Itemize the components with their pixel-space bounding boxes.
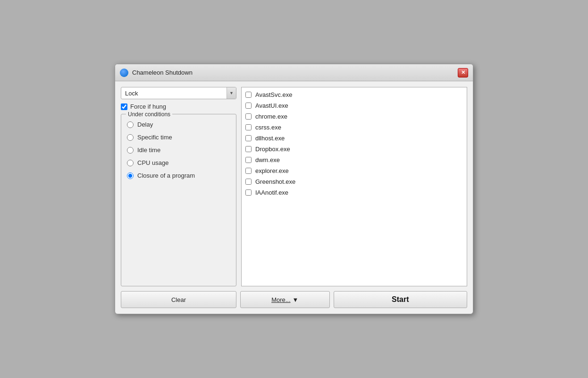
list-item[interactable]: csrss.exe bbox=[242, 122, 467, 133]
window-body: Lock Shutdown Restart Hibernate Sleep Lo… bbox=[115, 81, 473, 314]
conditions-legend: Under conditions bbox=[126, 111, 172, 118]
process-checkbox[interactable] bbox=[245, 103, 252, 109]
process-name: dwm.exe bbox=[255, 156, 280, 163]
process-checkbox[interactable] bbox=[245, 168, 252, 174]
process-name: IAAnotif.exe bbox=[255, 189, 288, 196]
list-item[interactable]: Dropbox.exe bbox=[242, 144, 467, 155]
process-name: chrome.exe bbox=[255, 113, 287, 120]
radio-specific-time-label: Specific time bbox=[137, 134, 172, 141]
radio-closure-input[interactable] bbox=[127, 172, 134, 179]
process-checkbox[interactable] bbox=[245, 113, 252, 120]
force-if-hung-label: Force if hung bbox=[130, 103, 166, 110]
list-item[interactable]: AvastSvc.exe bbox=[242, 89, 467, 100]
list-item[interactable]: AvastUI.exe bbox=[242, 100, 467, 111]
radio-cpu-usage-input[interactable] bbox=[127, 160, 134, 166]
footer: Clear More... ▼ Start bbox=[121, 291, 467, 308]
radio-idle-time-input[interactable] bbox=[127, 147, 134, 154]
radio-idle-time-label: Idle time bbox=[137, 146, 160, 154]
process-name: Greenshot.exe bbox=[255, 178, 295, 185]
process-name: AvastSvc.exe bbox=[255, 91, 293, 98]
conditions-group: Under conditions Delay Specific time Idl… bbox=[121, 114, 236, 286]
main-window: Chameleon Shutdown ✕ Lock Shutdown Resta… bbox=[115, 64, 473, 314]
process-checkbox[interactable] bbox=[245, 92, 252, 98]
radio-specific-time: Specific time bbox=[127, 131, 230, 144]
process-name: Dropbox.exe bbox=[255, 146, 290, 153]
app-icon bbox=[120, 69, 128, 77]
more-button[interactable]: More... ▼ bbox=[240, 291, 330, 308]
process-name: dllhost.exe bbox=[255, 135, 285, 142]
process-checkbox[interactable] bbox=[245, 124, 252, 130]
process-checkbox[interactable] bbox=[245, 157, 252, 163]
radio-specific-time-input[interactable] bbox=[127, 134, 134, 141]
dropdown-arrow-icon: ▼ bbox=[227, 87, 236, 99]
start-button[interactable]: Start bbox=[334, 291, 467, 308]
list-item[interactable]: explorer.exe bbox=[242, 165, 467, 176]
title-bar-left: Chameleon Shutdown bbox=[120, 69, 193, 77]
list-item[interactable]: Greenshot.exe bbox=[242, 176, 467, 187]
left-panel: Lock Shutdown Restart Hibernate Sleep Lo… bbox=[121, 87, 236, 286]
radio-delay-input[interactable] bbox=[127, 121, 134, 128]
radio-closure: Closure of a program bbox=[127, 169, 230, 182]
title-bar: Chameleon Shutdown ✕ bbox=[115, 64, 473, 81]
process-list: AvastSvc.exe AvastUI.exe chrome.exe csrs… bbox=[242, 87, 467, 286]
window-title: Chameleon Shutdown bbox=[132, 69, 193, 76]
list-item[interactable]: dllhost.exe bbox=[242, 133, 467, 144]
action-dropdown[interactable]: Lock Shutdown Restart Hibernate Sleep Lo… bbox=[121, 87, 236, 99]
process-list-panel: AvastSvc.exe AvastUI.exe chrome.exe csrs… bbox=[241, 87, 467, 286]
radio-cpu-usage-label: CPU usage bbox=[137, 159, 168, 166]
process-checkbox[interactable] bbox=[245, 189, 252, 196]
radio-cpu-usage: CPU usage bbox=[127, 156, 230, 169]
radio-idle-time: Idle time bbox=[127, 144, 230, 156]
more-label: More... bbox=[271, 296, 290, 303]
process-checkbox[interactable] bbox=[245, 135, 252, 141]
process-name: explorer.exe bbox=[255, 167, 289, 174]
process-name: AvastUI.exe bbox=[255, 102, 288, 109]
more-dropdown-arrow-icon: ▼ bbox=[293, 296, 299, 303]
process-checkbox[interactable] bbox=[245, 179, 252, 185]
radio-delay-label: Delay bbox=[137, 121, 153, 128]
list-item[interactable]: dwm.exe bbox=[242, 155, 467, 165]
radio-closure-label: Closure of a program bbox=[137, 172, 195, 179]
clear-button[interactable]: Clear bbox=[121, 291, 236, 308]
radio-delay: Delay bbox=[127, 118, 230, 131]
force-if-hung-row: Force if hung bbox=[121, 103, 236, 110]
main-content: Lock Shutdown Restart Hibernate Sleep Lo… bbox=[121, 87, 467, 286]
process-checkbox[interactable] bbox=[245, 146, 252, 152]
force-if-hung-checkbox[interactable] bbox=[121, 103, 127, 110]
process-name: csrss.exe bbox=[255, 124, 281, 131]
action-select[interactable]: Lock Shutdown Restart Hibernate Sleep Lo… bbox=[125, 90, 227, 97]
list-item[interactable]: chrome.exe bbox=[242, 111, 467, 122]
list-item[interactable]: IAAnotif.exe bbox=[242, 187, 467, 198]
close-button[interactable]: ✕ bbox=[458, 68, 468, 77]
